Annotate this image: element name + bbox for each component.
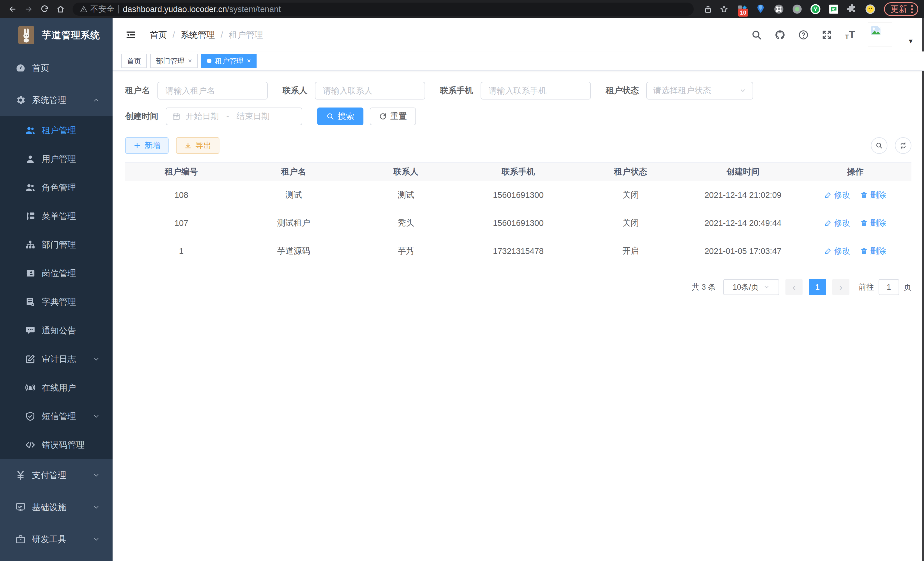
dictionary-icon — [24, 296, 37, 307]
bookmark-star-icon[interactable] — [717, 2, 731, 16]
page-number-1[interactable]: 1 — [809, 279, 826, 295]
trash-icon — [860, 191, 868, 199]
delete-link[interactable]: 删除 — [860, 246, 886, 256]
extensions-puzzle-icon[interactable] — [846, 3, 858, 15]
sidebar-item-menu[interactable]: 菜单管理 — [0, 202, 112, 230]
sidebar-item-devtools[interactable]: 研发工具 — [0, 523, 112, 555]
sidebar-item-audit-log[interactable]: 审计日志 — [0, 345, 112, 373]
next-page-button[interactable]: › — [832, 279, 849, 295]
goto-label: 前往 — [859, 282, 874, 292]
page-size-select[interactable]: 10条/页 — [723, 279, 779, 295]
dashboard-icon — [14, 63, 27, 74]
extension-icons: 10 Y — [736, 3, 877, 15]
avatar-caret-icon[interactable]: ▾ — [909, 37, 913, 47]
sidebar-item-dept[interactable]: 部门管理 — [0, 230, 112, 259]
reload-icon[interactable] — [38, 2, 51, 16]
url-path: /system/tenant — [227, 5, 281, 14]
close-icon[interactable]: × — [188, 57, 192, 65]
edit-link[interactable]: 修改 — [824, 246, 850, 256]
sidebar-item-online-users[interactable]: 在线用户 — [0, 373, 112, 402]
sidebar-item-home[interactable]: 首页 — [0, 52, 112, 84]
delete-link[interactable]: 删除 — [860, 218, 886, 229]
search-button[interactable]: 搜索 — [317, 108, 363, 125]
url-divider — [118, 5, 119, 14]
export-button[interactable]: 导出 — [176, 137, 219, 154]
prev-page-button[interactable]: ‹ — [785, 279, 802, 295]
edit-link[interactable]: 修改 — [824, 190, 850, 200]
sidebar-item-system[interactable]: 系统管理 — [0, 84, 112, 116]
goto-page: 前往 页 — [859, 279, 911, 295]
browser-toolbar: 不安全 dashboard.yudao.iocoder.cn/system/te… — [0, 0, 924, 18]
sidebar-item-tenant[interactable]: 租户管理 — [0, 116, 112, 145]
toggle-search-button[interactable] — [871, 137, 887, 154]
table-toolbar: 新增 导出 — [125, 137, 911, 154]
github-icon[interactable] — [775, 29, 785, 40]
tenant-page: 租户名 联系人 联系手机 租户状态 请选择租户状态 — [112, 71, 924, 561]
goto-page-input[interactable] — [879, 279, 899, 295]
extension-balloon-icon[interactable] — [754, 3, 767, 15]
tab-tenant[interactable]: 租户管理 × — [201, 54, 256, 68]
sidebar-item-infra[interactable]: 基础设施 — [0, 491, 112, 523]
reset-button[interactable]: 重置 — [370, 108, 416, 125]
extension-emoji-icon[interactable] — [864, 3, 877, 15]
update-label: 更新 — [891, 3, 907, 15]
edit-link[interactable]: 修改 — [824, 218, 850, 229]
sidebar-item-user[interactable]: 用户管理 — [0, 145, 112, 173]
extension-command-icon[interactable] — [772, 3, 785, 15]
broadcast-icon — [24, 382, 37, 393]
table-row: 107 测试租户 秃头 15601691300 关闭 2021-12-14 20… — [125, 209, 911, 237]
sidebar-item-post[interactable]: 岗位管理 — [0, 259, 112, 288]
filter-buttons: 搜索 重置 — [317, 108, 416, 125]
tenant-table: 租户编号 租户名 联系人 联系手机 租户状态 创建时间 操作 108 测试 — [125, 162, 911, 265]
extension-badge: 10 — [738, 9, 748, 17]
forward-icon[interactable] — [22, 2, 35, 16]
sidebar-item-notice[interactable]: 通知公告 — [0, 316, 112, 345]
date-range-picker[interactable]: 开始日期 - 结束日期 — [166, 108, 302, 125]
breadcrumb-home[interactable]: 首页 — [150, 29, 167, 41]
sidebar-item-role[interactable]: 角色管理 — [0, 173, 112, 202]
browser-menu-icon[interactable] — [911, 5, 913, 13]
pencil-icon — [824, 247, 832, 255]
delete-link[interactable]: 删除 — [860, 190, 886, 200]
sidebar-item-sms[interactable]: 短信管理 — [0, 402, 112, 431]
tenant-name-input[interactable] — [158, 82, 268, 99]
address-bar[interactable]: 不安全 dashboard.yudao.iocoder.cn/system/te… — [73, 3, 694, 16]
mobile-input[interactable] — [481, 82, 591, 99]
back-icon[interactable] — [6, 2, 20, 16]
url-host: dashboard.yudao.iocoder.cn — [123, 5, 227, 14]
add-button[interactable]: 新增 — [125, 137, 169, 154]
calendar-icon — [172, 112, 181, 121]
roles-icon — [24, 182, 37, 193]
security-chip[interactable]: 不安全 — [80, 4, 114, 15]
search-icon[interactable] — [751, 29, 762, 40]
sidebar-item-pay[interactable]: 支付管理 — [0, 459, 112, 491]
sidebar-fold-icon[interactable] — [124, 28, 138, 42]
svg-text:Y: Y — [814, 6, 818, 12]
breadcrumb-current: 租户管理 — [229, 29, 263, 41]
home-icon[interactable] — [54, 2, 68, 16]
tab-home[interactable]: 首页 — [121, 54, 147, 68]
status-select[interactable]: 请选择租户状态 — [646, 82, 753, 99]
contact-input[interactable] — [315, 82, 425, 99]
sidebar-logo[interactable]: 芋道管理系统 — [0, 18, 112, 52]
help-icon[interactable] — [798, 29, 809, 40]
avatar[interactable] — [868, 23, 892, 47]
refresh-table-button[interactable] — [895, 137, 911, 154]
extension-chat-icon[interactable] — [827, 3, 840, 15]
close-icon[interactable]: × — [247, 57, 251, 65]
extension-dot-icon[interactable] — [791, 3, 803, 15]
filter-create-time: 创建时间 开始日期 - 结束日期 — [125, 108, 302, 125]
browser-update-button[interactable]: 更新 — [884, 2, 918, 16]
message-icon — [24, 325, 37, 336]
fullscreen-icon[interactable] — [821, 29, 832, 40]
window-edge — [922, 18, 924, 561]
font-size-icon[interactable]: TT — [845, 30, 855, 40]
sidebar-item-dict[interactable]: 字典管理 — [0, 288, 112, 316]
extension-y-icon[interactable]: Y — [809, 3, 822, 15]
breadcrumb-system[interactable]: 系统管理 — [181, 29, 215, 41]
sidebar-item-error-code[interactable]: 错误码管理 — [0, 431, 112, 459]
tab-dept[interactable]: 部门管理 × — [150, 54, 198, 68]
share-icon[interactable] — [701, 2, 715, 16]
extension-tabs-icon[interactable]: 10 — [736, 3, 748, 15]
edit-icon — [24, 354, 37, 365]
